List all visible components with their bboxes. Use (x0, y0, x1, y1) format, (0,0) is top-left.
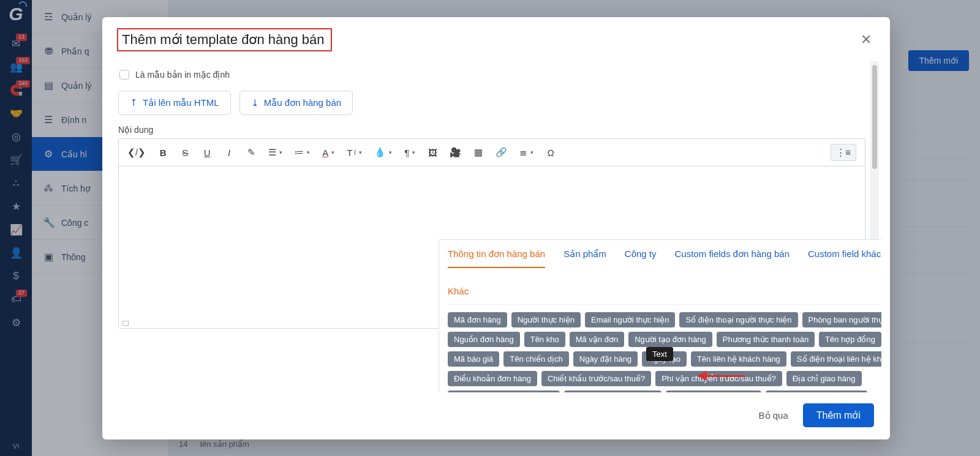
font-color-icon[interactable]: A (322, 148, 334, 158)
default-template-checkbox[interactable] (119, 70, 129, 80)
tab-custom-customer[interactable]: Custom field khách hàng (808, 249, 890, 267)
merge-tag[interactable]: Phương thức thanh toán (717, 332, 815, 347)
merge-tag[interactable]: Tên chiến dịch (503, 351, 568, 367)
table-icon[interactable]: ▦ (473, 147, 483, 158)
highlighter-icon[interactable]: ✎ (246, 147, 256, 158)
bold-icon[interactable]: B (158, 148, 168, 158)
tab-company[interactable]: Công ty (625, 249, 657, 267)
sample-order-button[interactable]: ⤓ Mẫu đơn hàng bán (239, 91, 353, 115)
merge-tag[interactable]: Thuế VAT đơn hàng (%) (564, 391, 662, 392)
title-highlight-annotation: Thêm mới template đơn hàng bán (117, 28, 332, 51)
annotation-arrow (697, 371, 745, 381)
scroll-thumb[interactable] (872, 65, 877, 169)
merge-tag[interactable]: Ngày đặt hàng (573, 351, 638, 367)
add-template-modal: Thêm mới template đơn hàng bán ✕ Là mẫu … (102, 17, 890, 439)
modal-title: Thêm mới template đơn hàng bán (122, 32, 325, 48)
italic-icon[interactable]: I (224, 148, 234, 158)
font-size-icon[interactable]: TI (347, 148, 362, 158)
merge-tag[interactable]: Phòng ban người thực hiện (802, 312, 890, 327)
tab-other[interactable]: Khác (448, 286, 469, 305)
modal-body: Là mẫu bản in mặc định ⤒ Tải lên mẫu HTM… (102, 61, 890, 392)
link-icon[interactable]: 🔗 (496, 147, 507, 158)
resize-handle-icon[interactable] (123, 321, 129, 326)
editor-toolbar: ❮/❯ B S U I ✎ ☰ ≔ A TI 💧 ¶ 🖼 🎥 ▦ 🔗 ≣ Ω ⋮… (119, 139, 865, 166)
underline-icon[interactable]: U (202, 148, 212, 158)
tab-order-info[interactable]: Thông tin đơn hàng bán (448, 249, 545, 268)
download-icon: ⤓ (251, 97, 259, 108)
ink-drop-icon[interactable]: 💧 (374, 147, 392, 158)
merge-tag[interactable]: Tên kho (524, 332, 565, 347)
merge-tag[interactable]: Tên liên hệ khách hàng (691, 351, 786, 367)
skip-button[interactable]: Bỏ qua (759, 410, 788, 421)
submit-button[interactable]: Thêm mới (803, 403, 874, 427)
merge-tag-panel: Thông tin đơn hàng bán Sản phẩm Công ty … (439, 239, 890, 392)
upload-html-label: Tải lên mẫu HTML (143, 97, 219, 108)
default-template-row: Là mẫu bản in mặc định (119, 70, 865, 80)
modal-header: Thêm mới template đơn hàng bán ✕ (102, 17, 890, 61)
sample-order-label: Mẫu đơn hàng bán (264, 97, 341, 108)
video-icon[interactable]: 🎥 (450, 147, 461, 158)
tab-product[interactable]: Sản phẩm (564, 249, 606, 267)
merge-tag[interactable]: Nguồn đơn hàng (448, 332, 520, 347)
merge-tag[interactable]: Thuế VAT đơn hàng ($) (666, 391, 761, 392)
merge-tag[interactable]: Số điện thoại liên hệ khách hàng (791, 351, 890, 367)
image-icon[interactable]: 🖼 (428, 148, 437, 158)
paragraph-icon[interactable]: ¶ (404, 148, 415, 158)
merge-tag[interactable]: Email người thực hiện (585, 312, 675, 327)
merge-tag[interactable]: Chức vụ liên hệ khách hàng (448, 391, 560, 392)
tab-custom-order[interactable]: Custom fields đơn hàng bán (675, 249, 790, 267)
merge-tag[interactable]: Số điện thoại người thực hiện (679, 312, 797, 327)
align-icon[interactable]: ≣ (519, 147, 533, 158)
merge-tag[interactable]: Địa chỉ giao hàng (786, 371, 862, 386)
upload-html-button[interactable]: ⤒ Tải lên mẫu HTML (118, 91, 231, 115)
merge-tag[interactable]: Tên hợp đồng (819, 332, 881, 347)
merge-tag[interactable]: Người thực hiện (511, 312, 581, 327)
merge-tag[interactable]: Mã đơn hàng (448, 312, 507, 327)
unordered-list-icon[interactable]: ☰ (268, 147, 282, 158)
close-icon[interactable]: ✕ (857, 32, 875, 48)
omega-icon[interactable]: Ω (546, 148, 556, 158)
action-buttons-row: ⤒ Tải lên mẫu HTML ⤓ Mẫu đơn hàng bán (118, 91, 865, 115)
merge-tag[interactable]: Người tạo đơn hàng (628, 332, 712, 347)
merge-tag[interactable]: Điều khoản đơn hàng (448, 371, 537, 386)
tooltip: Text (646, 347, 673, 361)
toggle-list-icon[interactable]: ⋮≡ (831, 144, 856, 161)
upload-icon: ⤒ (130, 97, 138, 108)
strike-icon[interactable]: S (180, 148, 190, 158)
merge-tag[interactable]: Mã báo giá (448, 351, 499, 367)
merge-tag[interactable]: Mã vận đơn (570, 332, 624, 347)
modal-footer: Bỏ qua Thêm mới (102, 392, 890, 439)
merge-tag[interactable]: Chiết khấu đơn hàng (%) (766, 391, 867, 392)
merge-tag[interactable]: Chiết khấu trước/sau thuế? (541, 371, 651, 386)
ordered-list-icon[interactable]: ≔ (295, 147, 310, 158)
default-template-label: Là mẫu bản in mặc định (135, 70, 230, 80)
tag-tabs: Thông tin đơn hàng bán Sản phẩm Công ty … (448, 240, 890, 305)
content-label: Nội dung (118, 125, 865, 135)
code-view-icon[interactable]: ❮/❯ (127, 147, 146, 158)
